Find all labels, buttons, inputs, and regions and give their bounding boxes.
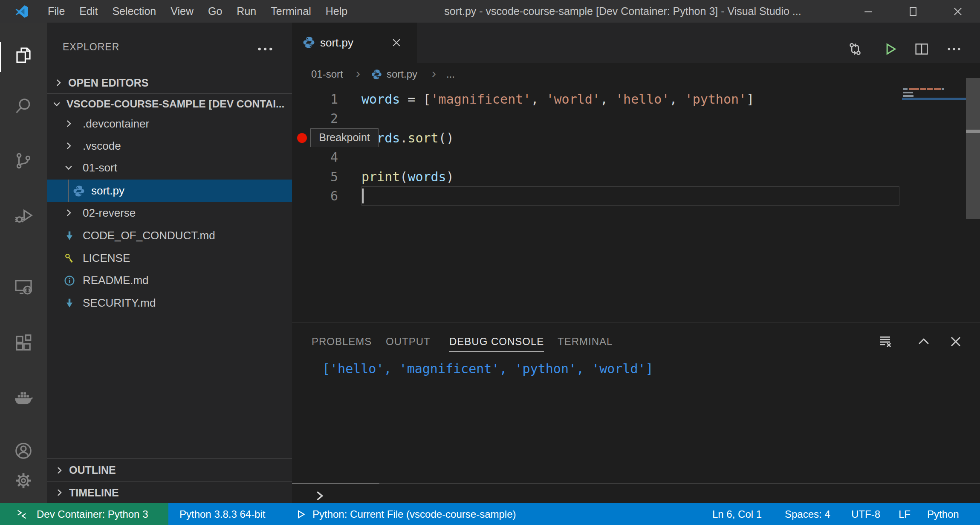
tree-item-sort-py[interactable]: sort.py bbox=[47, 180, 292, 202]
code-line-4[interactable]: 4 bbox=[292, 148, 980, 167]
settings-gear-icon[interactable] bbox=[13, 470, 34, 491]
tree-item-code-of-conduct[interactable]: CODE_OF_CONDUCT.md bbox=[47, 224, 292, 247]
python-file-icon bbox=[302, 36, 315, 49]
code-line-1[interactable]: 1 words = ['magnificent', 'world', 'hell… bbox=[292, 90, 980, 109]
eol-sequence[interactable]: LF bbox=[899, 503, 911, 525]
tree-item-readme[interactable]: README.md bbox=[47, 269, 292, 292]
cursor-position[interactable]: Ln 6, Col 1 bbox=[712, 503, 762, 525]
repl-divider-highlight bbox=[292, 483, 379, 484]
code-line-3[interactable]: 3 words.sort() Breakpoint bbox=[292, 128, 980, 148]
title-bar: File Edit Selection View Go Run Terminal… bbox=[0, 0, 980, 23]
editor-tab-bar: sort.py bbox=[292, 23, 980, 63]
debug-configuration[interactable]: Python: Current File (vscode-course-samp… bbox=[312, 503, 516, 525]
debug-console-output: ['hello', 'magnificent', 'python', 'worl… bbox=[322, 359, 653, 379]
python-interpreter[interactable]: Python 3.8.3 64-bit bbox=[179, 503, 265, 525]
chevron-down-icon bbox=[63, 162, 74, 173]
minimap-line bbox=[942, 88, 944, 90]
repl-prompt-chevron-icon[interactable] bbox=[312, 489, 326, 502]
more-actions-icon[interactable] bbox=[945, 41, 963, 58]
docker-icon[interactable] bbox=[13, 388, 34, 408]
open-editors-section[interactable]: OPEN EDITORS bbox=[47, 72, 292, 93]
menu-view[interactable]: View bbox=[163, 0, 201, 23]
remote-indicator[interactable]: Dev Container: Python 3 bbox=[0, 503, 168, 525]
tree-item-label: 01-sort bbox=[83, 157, 117, 179]
search-icon[interactable] bbox=[13, 96, 34, 116]
maximize-panel-icon[interactable] bbox=[915, 333, 932, 350]
menu-edit[interactable]: Edit bbox=[72, 0, 105, 23]
current-line-highlight bbox=[361, 186, 899, 206]
code-line-2[interactable]: 2 bbox=[292, 109, 980, 128]
tab-sort-py[interactable]: sort.py bbox=[292, 23, 417, 63]
open-editors-label: OPEN EDITORS bbox=[68, 72, 148, 93]
workspace-root-section[interactable]: VSCODE-COURSE-SAMPLE [DEV CONTAI... bbox=[47, 94, 292, 114]
editor-group: sort.py bbox=[292, 23, 980, 322]
tree-item-devcontainer[interactable]: .devcontainer bbox=[47, 113, 292, 135]
tree-item-vscode[interactable]: .vscode bbox=[47, 135, 292, 157]
tree-item-label: sort.py bbox=[91, 180, 124, 202]
code-area: 1 words = ['magnificent', 'world', 'hell… bbox=[292, 85, 980, 322]
active-view-indicator bbox=[0, 42, 1, 72]
chevron-right-icon bbox=[63, 140, 74, 151]
close-icon[interactable] bbox=[935, 0, 980, 23]
encoding[interactable]: UTF-8 bbox=[851, 503, 880, 525]
code-line-5[interactable]: 5 print(words) bbox=[292, 167, 980, 187]
breadcrumb: 01-sort › sort.py › ... bbox=[292, 63, 980, 85]
explorer-icon[interactable] bbox=[13, 45, 34, 65]
chevron-right-icon bbox=[53, 77, 64, 88]
split-editor-icon[interactable] bbox=[913, 41, 930, 58]
window-title: sort.py - vscode-course-sample [Dev Cont… bbox=[406, 0, 839, 23]
remote-icon bbox=[15, 508, 28, 521]
repl-divider bbox=[292, 483, 980, 484]
menu-terminal[interactable]: Terminal bbox=[263, 0, 318, 23]
minimap-line bbox=[927, 88, 933, 90]
breadcrumb-folder[interactable]: 01-sort bbox=[311, 63, 343, 85]
text-cursor bbox=[362, 189, 364, 203]
language-mode[interactable]: Python bbox=[927, 503, 959, 525]
explorer-more-actions-icon[interactable] bbox=[257, 43, 274, 55]
tab-debug-console[interactable]: DEBUG CONSOLE bbox=[449, 331, 544, 352]
source-control-icon[interactable] bbox=[13, 151, 34, 171]
tab-problems[interactable]: PROBLEMS bbox=[312, 331, 372, 352]
accounts-icon[interactable] bbox=[13, 441, 34, 461]
tab-terminal[interactable]: TERMINAL bbox=[558, 331, 613, 352]
run-and-debug-icon[interactable] bbox=[13, 205, 34, 226]
tab-output[interactable]: OUTPUT bbox=[386, 331, 431, 352]
clear-console-icon[interactable] bbox=[877, 333, 894, 350]
minimap-line bbox=[903, 95, 914, 97]
menu-selection[interactable]: Selection bbox=[105, 0, 163, 23]
editor-scrollbar[interactable] bbox=[966, 78, 980, 219]
menu-help[interactable]: Help bbox=[318, 0, 355, 23]
indentation[interactable]: Spaces: 4 bbox=[785, 503, 830, 525]
sidebar-title: EXPLORER bbox=[63, 41, 119, 53]
close-panel-icon[interactable] bbox=[947, 333, 964, 350]
line-number: 2 bbox=[292, 109, 338, 128]
workspace-root-label: VSCODE-COURSE-SAMPLE [DEV CONTAI... bbox=[66, 94, 284, 114]
play-outline-icon bbox=[295, 509, 306, 520]
open-changes-icon[interactable] bbox=[847, 41, 864, 58]
tree-item-01-sort[interactable]: 01-sort bbox=[47, 157, 292, 179]
tree-item-02-reverse[interactable]: 02-reverse bbox=[47, 202, 292, 224]
vscode-logo-icon bbox=[14, 4, 29, 19]
key-icon bbox=[63, 252, 76, 265]
tab-close-icon[interactable] bbox=[389, 35, 404, 50]
menu-run[interactable]: Run bbox=[229, 0, 263, 23]
extensions-icon[interactable] bbox=[13, 333, 34, 354]
timeline-section[interactable]: TIMELINE bbox=[47, 481, 292, 503]
menu-file[interactable]: File bbox=[40, 0, 72, 23]
minimap[interactable] bbox=[899, 85, 966, 322]
indent-guide bbox=[68, 180, 69, 202]
maximize-icon[interactable] bbox=[890, 0, 935, 23]
bottom-panel: PROBLEMS OUTPUT DEBUG CONSOLE TERMINAL [… bbox=[292, 322, 980, 503]
menu-go[interactable]: Go bbox=[201, 0, 229, 23]
tree-item-security[interactable]: SECURITY.md bbox=[47, 292, 292, 314]
outline-section[interactable]: OUTLINE bbox=[47, 458, 292, 481]
vscode-window: File Edit Selection View Go Run Terminal… bbox=[0, 0, 980, 525]
breadcrumb-file[interactable]: sort.py bbox=[387, 63, 417, 85]
breadcrumb-symbol[interactable]: ... bbox=[446, 63, 455, 85]
tree-item-license[interactable]: LICENSE bbox=[47, 247, 292, 270]
breakpoint-icon[interactable] bbox=[297, 133, 307, 143]
run-python-file-icon[interactable] bbox=[881, 41, 898, 58]
minimize-icon[interactable] bbox=[846, 0, 890, 23]
chevron-right-icon bbox=[63, 207, 74, 218]
remote-explorer-icon[interactable] bbox=[13, 277, 34, 297]
